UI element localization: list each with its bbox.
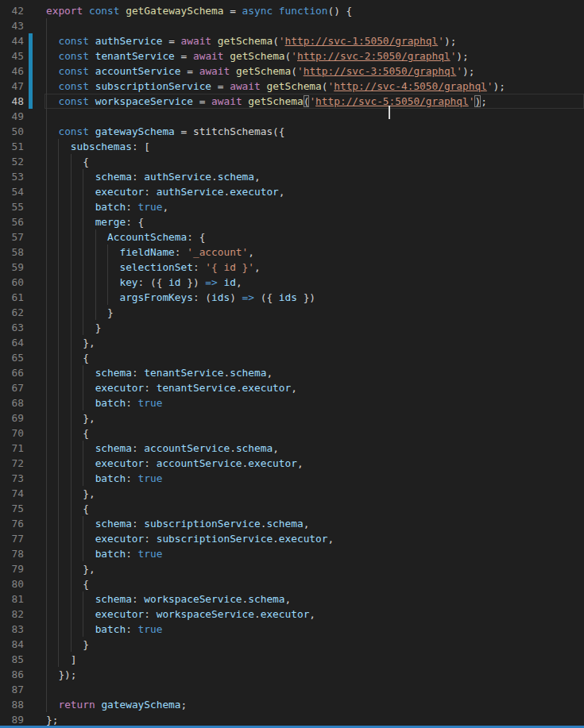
line-number[interactable]: 44 xyxy=(0,33,24,48)
line-number[interactable]: 78 xyxy=(0,546,24,561)
code-token: accountService xyxy=(144,442,230,454)
code-line[interactable]: 61 argsFromKeys: (ids) => ({ ids }) xyxy=(0,290,584,305)
code-line[interactable]: 52 { xyxy=(0,154,584,169)
line-number[interactable]: 72 xyxy=(0,456,24,471)
code-line[interactable]: 42export const getGatewaySchema = async … xyxy=(0,3,584,18)
code-line[interactable]: 62 } xyxy=(0,305,584,320)
code-line[interactable]: 54 executor: authService.executor, xyxy=(0,184,584,199)
line-number[interactable]: 55 xyxy=(0,199,24,214)
code-line[interactable]: 64 }, xyxy=(0,335,584,350)
code-line[interactable]: 48 const workspaceService = await getSch… xyxy=(0,94,584,109)
code-line[interactable]: 60 key: ({ id }) => id, xyxy=(0,275,584,290)
line-number[interactable]: 81 xyxy=(0,591,24,607)
line-number[interactable]: 83 xyxy=(0,622,24,637)
code-line[interactable]: 75 { xyxy=(0,501,584,516)
line-number[interactable]: 75 xyxy=(0,501,24,516)
code-line[interactable]: 70 { xyxy=(0,426,584,441)
code-line[interactable]: 86 }); xyxy=(0,667,584,682)
line-number[interactable]: 67 xyxy=(0,380,24,395)
code-line[interactable]: 51 subschemas: [ xyxy=(0,139,584,154)
line-number[interactable]: 61 xyxy=(0,290,24,305)
code-line[interactable]: 50 const gatewaySchema = stitchSchemas({ xyxy=(0,124,584,139)
line-number[interactable]: 62 xyxy=(0,305,24,320)
line-number[interactable]: 70 xyxy=(0,426,24,441)
line-number[interactable]: 50 xyxy=(0,124,24,139)
code-line[interactable]: 68 batch: true xyxy=(0,395,584,410)
line-number[interactable]: 56 xyxy=(0,214,24,229)
line-number[interactable]: 42 xyxy=(0,3,24,18)
code-token: }) xyxy=(297,291,315,303)
code-line[interactable]: 45 const tenantService = await getSchema… xyxy=(0,48,584,64)
code-line[interactable]: 84 } xyxy=(0,637,584,652)
line-number[interactable]: 52 xyxy=(0,154,24,169)
code-line[interactable]: 78 batch: true xyxy=(0,546,584,561)
line-number[interactable]: 77 xyxy=(0,531,24,546)
line-number[interactable]: 54 xyxy=(0,184,24,199)
line-number[interactable]: 45 xyxy=(0,48,24,64)
code-line[interactable]: 74 }, xyxy=(0,486,584,501)
line-number[interactable]: 49 xyxy=(0,109,24,124)
code-line[interactable]: 77 executor: subscriptionService.executo… xyxy=(0,531,584,546)
line-number[interactable]: 76 xyxy=(0,516,24,531)
indent-guide xyxy=(71,576,72,591)
code-line[interactable]: 47 const subscriptionService = await get… xyxy=(0,79,584,94)
line-number[interactable]: 80 xyxy=(0,576,24,591)
code-line[interactable]: 72 executor: accountService.executor, xyxy=(0,456,584,471)
code-line[interactable]: 65 { xyxy=(0,350,584,365)
line-number[interactable]: 68 xyxy=(0,395,24,410)
code-line[interactable]: 85 ] xyxy=(0,652,584,667)
line-number[interactable]: 82 xyxy=(0,607,24,622)
line-number[interactable]: 51 xyxy=(0,139,24,154)
line-number[interactable]: 69 xyxy=(0,410,24,426)
line-number[interactable]: 60 xyxy=(0,275,24,290)
code-token: accountService xyxy=(157,457,242,469)
line-number[interactable]: 86 xyxy=(0,667,24,682)
line-number[interactable]: 57 xyxy=(0,229,24,245)
code-line[interactable]: 82 executor: workspaceService.executor, xyxy=(0,607,584,622)
code-line[interactable]: 59 selectionSet: '{ id }', xyxy=(0,260,584,275)
line-number[interactable]: 47 xyxy=(0,79,24,94)
code-line[interactable]: 76 schema: subscriptionService.schema, xyxy=(0,516,584,531)
code-line[interactable]: 43 xyxy=(0,18,584,33)
code-line[interactable]: 57 AccountSchema: { xyxy=(0,229,584,245)
code-line[interactable]: 58 fieldName: '_account', xyxy=(0,245,584,260)
code-line[interactable]: 88 return gatewaySchema; xyxy=(0,697,584,712)
code-line[interactable]: 44 const authService = await getSchema('… xyxy=(0,33,584,48)
line-number[interactable]: 59 xyxy=(0,260,24,275)
line-number[interactable]: 74 xyxy=(0,486,24,501)
code-line[interactable]: 69 }, xyxy=(0,410,584,426)
line-number[interactable]: 65 xyxy=(0,350,24,365)
line-number[interactable]: 73 xyxy=(0,471,24,486)
line-number[interactable]: 84 xyxy=(0,637,24,652)
code-line[interactable]: 56 merge: { xyxy=(0,214,584,229)
code-line[interactable]: 87 xyxy=(0,682,584,697)
line-number[interactable]: 87 xyxy=(0,682,24,697)
line-number[interactable]: 88 xyxy=(0,697,24,712)
code-line[interactable]: 79 }, xyxy=(0,561,584,576)
line-number[interactable]: 58 xyxy=(0,245,24,260)
line-number[interactable]: 43 xyxy=(0,18,24,33)
code-line[interactable]: 80 { xyxy=(0,576,584,591)
code-line[interactable]: 71 schema: accountService.schema, xyxy=(0,441,584,456)
code-line[interactable]: 67 executor: tenantService.executor, xyxy=(0,380,584,395)
line-number[interactable]: 63 xyxy=(0,320,24,335)
code-line[interactable]: 81 schema: workspaceService.schema, xyxy=(0,591,584,607)
indent-guide xyxy=(46,109,47,124)
code-line[interactable]: 66 schema: tenantService.schema, xyxy=(0,365,584,380)
line-number[interactable]: 64 xyxy=(0,335,24,350)
code-line[interactable]: 55 batch: true, xyxy=(0,199,584,214)
code-line[interactable]: 83 batch: true xyxy=(0,622,584,637)
code-line[interactable]: 46 const accountService = await getSchem… xyxy=(0,64,584,79)
code-line[interactable]: 63 } xyxy=(0,320,584,335)
line-number[interactable]: 66 xyxy=(0,365,24,380)
line-number[interactable]: 53 xyxy=(0,169,24,184)
line-number[interactable]: 48 xyxy=(0,94,24,109)
line-number[interactable]: 71 xyxy=(0,441,24,456)
code-editor[interactable]: 42export const getGatewaySchema = async … xyxy=(0,0,584,728)
code-line[interactable]: 53 schema: authService.schema, xyxy=(0,169,584,184)
line-number[interactable]: 85 xyxy=(0,652,24,667)
code-line[interactable]: 49 xyxy=(0,109,584,124)
line-number[interactable]: 46 xyxy=(0,64,24,79)
line-number[interactable]: 79 xyxy=(0,561,24,576)
code-line[interactable]: 73 batch: true xyxy=(0,471,584,486)
